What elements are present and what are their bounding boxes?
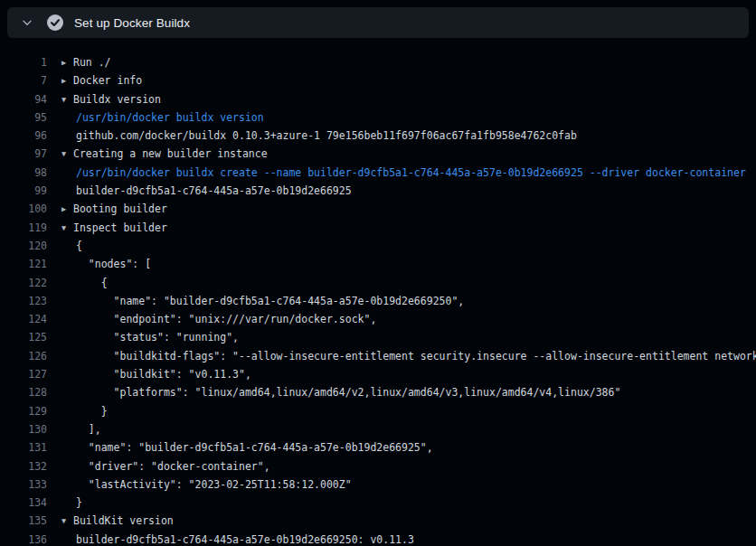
log-group-header[interactable]: ▼Creating a new builder instance bbox=[47, 145, 756, 163]
line-number[interactable]: 136 bbox=[0, 531, 47, 546]
log-line: 129 } bbox=[0, 402, 756, 420]
line-number[interactable]: 98 bbox=[0, 164, 47, 182]
log-line: 124 "endpoint": "unix:///var/run/docker.… bbox=[0, 310, 756, 328]
log-output-text: "name": "builder-d9cfb5a1-c764-445a-a57e… bbox=[47, 438, 756, 457]
log-group-label[interactable]: Creating a new builder instance bbox=[73, 147, 268, 160]
log-line: 134} bbox=[0, 494, 756, 512]
log-output-text: ], bbox=[47, 420, 756, 438]
log-output-text: "buildkit": "v0.11.3", bbox=[47, 365, 756, 383]
log-group-header[interactable]: ▶Docker info bbox=[47, 71, 756, 89]
line-number[interactable]: 96 bbox=[0, 127, 47, 145]
log-group-label[interactable]: Docker info bbox=[73, 74, 142, 87]
log-output-text: builder-d9cfb5a1-c764-445a-a57e-0b19d2e6… bbox=[47, 182, 756, 200]
log-line: 120{ bbox=[0, 237, 756, 255]
log-line: 127 "buildkit": "v0.11.3", bbox=[0, 365, 756, 383]
log-line: 97▼Creating a new builder instance bbox=[0, 145, 756, 163]
log-group-label[interactable]: Inspect builder bbox=[73, 221, 167, 234]
log-line: 7▶Docker info bbox=[0, 71, 756, 89]
line-number[interactable]: 100 bbox=[0, 200, 47, 218]
line-number[interactable]: 135 bbox=[0, 512, 47, 530]
log-output-text: "platforms": "linux/amd64,linux/amd64/v2… bbox=[47, 383, 756, 401]
step-header[interactable]: Set up Docker Buildx bbox=[7, 7, 749, 38]
log-output-text: "status": "running", bbox=[47, 328, 756, 346]
triangle-down-icon[interactable]: ▼ bbox=[61, 90, 73, 108]
log-output-text: "nodes": [ bbox=[47, 255, 756, 273]
log-line: 135▼BuildKit version bbox=[0, 512, 756, 530]
line-number[interactable]: 124 bbox=[0, 310, 47, 328]
log-group-header[interactable]: ▼Inspect builder bbox=[47, 219, 756, 237]
line-number[interactable]: 126 bbox=[0, 347, 47, 365]
line-number[interactable]: 130 bbox=[0, 420, 47, 438]
triangle-right-icon[interactable]: ▶ bbox=[61, 53, 73, 71]
log-line: 100▶Booting builder bbox=[0, 200, 756, 218]
log-output-text: { bbox=[47, 274, 756, 292]
line-number[interactable]: 122 bbox=[0, 274, 47, 292]
line-number[interactable]: 129 bbox=[0, 402, 47, 420]
log-line: 95/usr/bin/docker buildx version bbox=[0, 108, 756, 127]
log-group-header[interactable]: ▶Run ./ bbox=[47, 53, 756, 71]
log-line: 119▼Inspect builder bbox=[0, 219, 756, 237]
log-line: 99builder-d9cfb5a1-c764-445a-a57e-0b19d2… bbox=[0, 182, 756, 200]
log-line: 131 "name": "builder-d9cfb5a1-c764-445a-… bbox=[0, 438, 756, 457]
log-viewer: 1▶Run ./7▶Docker info94▼Buildx version95… bbox=[0, 53, 756, 546]
log-output-text: "buildkitd-flags": "--allow-insecure-ent… bbox=[47, 347, 756, 365]
line-number[interactable]: 97 bbox=[0, 145, 47, 163]
line-number[interactable]: 119 bbox=[0, 219, 47, 237]
log-output-text: } bbox=[47, 494, 756, 512]
log-output-text: "endpoint": "unix:///var/run/docker.sock… bbox=[47, 310, 756, 328]
triangle-down-icon[interactable]: ▼ bbox=[61, 219, 73, 237]
log-output-text: builder-d9cfb5a1-c764-445a-a57e-0b19d2e6… bbox=[47, 531, 756, 546]
line-number[interactable]: 120 bbox=[0, 237, 47, 255]
triangle-down-icon[interactable]: ▼ bbox=[61, 512, 73, 530]
log-line: 126 "buildkitd-flags": "--allow-insecure… bbox=[0, 347, 756, 365]
line-number[interactable]: 131 bbox=[0, 438, 47, 457]
line-number[interactable]: 125 bbox=[0, 328, 47, 346]
log-group-label[interactable]: BuildKit version bbox=[73, 514, 174, 527]
log-group-label[interactable]: Booting builder bbox=[73, 202, 167, 215]
line-number[interactable]: 1 bbox=[0, 53, 47, 71]
log-output-text: "lastActivity": "2023-02-25T11:58:12.000… bbox=[47, 475, 756, 494]
log-group-label[interactable]: Buildx version bbox=[73, 93, 161, 106]
log-command-text: /usr/bin/docker buildx version bbox=[47, 108, 756, 127]
line-number[interactable]: 94 bbox=[0, 90, 47, 108]
step-title: Set up Docker Buildx bbox=[74, 16, 190, 30]
log-line: 128 "platforms": "linux/amd64,linux/amd6… bbox=[0, 383, 756, 401]
log-line: 1▶Run ./ bbox=[0, 53, 756, 71]
line-number[interactable]: 128 bbox=[0, 383, 47, 401]
log-line: 123 "name": "builder-d9cfb5a1-c764-445a-… bbox=[0, 292, 756, 310]
line-number[interactable]: 121 bbox=[0, 255, 47, 273]
chevron-down-icon[interactable] bbox=[20, 15, 34, 30]
log-line: 125 "status": "running", bbox=[0, 328, 756, 346]
line-number[interactable]: 133 bbox=[0, 475, 47, 494]
line-number[interactable]: 7 bbox=[0, 71, 47, 89]
log-line: 94▼Buildx version bbox=[0, 90, 756, 108]
log-group-label[interactable]: Run ./ bbox=[73, 56, 111, 69]
log-output-text: "driver": "docker-container", bbox=[47, 457, 756, 475]
line-number[interactable]: 95 bbox=[0, 108, 47, 127]
log-output-text: github.com/docker/buildx 0.10.3+azure-1 … bbox=[47, 127, 756, 145]
log-command-text: /usr/bin/docker buildx create --name bui… bbox=[47, 164, 756, 182]
triangle-right-icon[interactable]: ▶ bbox=[61, 200, 73, 218]
check-circle-icon bbox=[47, 14, 63, 31]
triangle-right-icon[interactable]: ▶ bbox=[61, 71, 73, 89]
log-group-header[interactable]: ▶Booting builder bbox=[47, 200, 756, 218]
line-number[interactable]: 123 bbox=[0, 292, 47, 310]
log-line: 130 ], bbox=[0, 420, 756, 438]
line-number[interactable]: 127 bbox=[0, 365, 47, 383]
log-line: 122 { bbox=[0, 274, 756, 292]
log-line: 96github.com/docker/buildx 0.10.3+azure-… bbox=[0, 127, 756, 145]
log-group-header[interactable]: ▼BuildKit version bbox=[47, 512, 756, 530]
log-output-text: "name": "builder-d9cfb5a1-c764-445a-a57e… bbox=[47, 292, 756, 310]
line-number[interactable]: 99 bbox=[0, 182, 47, 200]
log-line: 98/usr/bin/docker buildx create --name b… bbox=[0, 164, 756, 182]
log-group-header[interactable]: ▼Buildx version bbox=[47, 90, 756, 108]
log-line: 133 "lastActivity": "2023-02-25T11:58:12… bbox=[0, 475, 756, 494]
log-line: 121 "nodes": [ bbox=[0, 255, 756, 273]
triangle-down-icon[interactable]: ▼ bbox=[61, 145, 73, 163]
log-output-text: { bbox=[47, 237, 756, 255]
log-line: 132 "driver": "docker-container", bbox=[0, 457, 756, 475]
log-line: 136builder-d9cfb5a1-c764-445a-a57e-0b19d… bbox=[0, 531, 756, 546]
log-output-text: } bbox=[47, 402, 756, 420]
line-number[interactable]: 132 bbox=[0, 457, 47, 475]
line-number[interactable]: 134 bbox=[0, 494, 47, 512]
